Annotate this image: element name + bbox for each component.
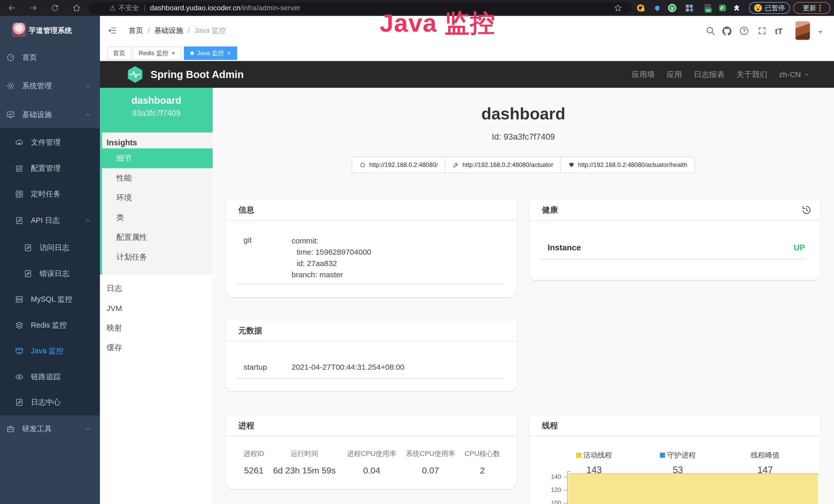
sidebar-item-error-logs[interactable]: 错误日志: [0, 261, 100, 287]
legend-label: 守护进程: [667, 450, 696, 460]
sba-locale-select[interactable]: zh-CN: [779, 70, 810, 79]
sidebar-item-mysql-monitor[interactable]: MySQL 监控: [0, 287, 100, 312]
tab-redis-monitor[interactable]: Redis 监控 ×: [133, 46, 181, 60]
sidebar-item-label: 研发工具: [22, 424, 52, 434]
git-branch-line: branch: master: [291, 269, 371, 280]
search-icon[interactable]: [705, 26, 716, 36]
close-icon[interactable]: ×: [227, 50, 231, 56]
sidebar-item-java-monitor[interactable]: Java 监控: [0, 338, 100, 364]
extension-blue-pin-icon[interactable]: [653, 4, 662, 12]
history-icon[interactable]: [801, 204, 812, 216]
sba-nav-journal[interactable]: 日志报表: [694, 69, 725, 80]
sidebar-item-label: 日志中心: [31, 397, 61, 408]
sba-nav-wallboard[interactable]: 应用墙: [632, 69, 655, 80]
sba-instance-block[interactable]: dashboard 93a3fc7f7409: [100, 88, 213, 133]
sba-header: Spring Boot Admin 应用墙 应用 日志报表 关于我们 zh-CN: [100, 61, 834, 88]
user-menu-caret-icon[interactable]: [818, 31, 823, 33]
sidebar-item-dev-tools[interactable]: 研发工具: [0, 416, 100, 442]
instance-service-url-link[interactable]: http://192.168.0.2:48080/: [352, 157, 445, 173]
screenshot-root: ⚠ 不安全 dashboard.yudao.iocoder.cn/infra/a…: [0, 0, 834, 504]
breadcrumb-home[interactable]: 首页: [129, 26, 143, 36]
sidebar-item-label: 链路追踪: [31, 372, 61, 382]
breadcrumb-infra[interactable]: 基础设施: [154, 26, 183, 36]
page-title: dashboard: [213, 104, 834, 123]
sba-menu-label: 配置属性: [116, 232, 147, 243]
url-path: /infra/admin-server: [240, 4, 300, 12]
sidebar-item-scheduled-jobs[interactable]: 定时任务: [0, 181, 100, 207]
extension-sprout-icon[interactable]: [718, 4, 727, 12]
process-col-system-cpu: 系统CPU使用率: [406, 449, 455, 458]
extensions-puzzle-icon[interactable]: [733, 4, 742, 12]
security-chip[interactable]: ⚠ 不安全: [109, 3, 139, 13]
instance-health-url-link[interactable]: http://192.168.0.2:48080/actuator/health: [561, 157, 695, 173]
sba-nav-applications[interactable]: 应用: [666, 69, 682, 80]
sba-menu-label: 细节: [116, 153, 132, 164]
emoji-face-icon: [754, 4, 762, 12]
security-label: 不安全: [118, 3, 139, 13]
help-icon[interactable]: [739, 26, 749, 36]
extension-orange-ring-icon[interactable]: [636, 4, 645, 12]
threads-card-title: 线程: [529, 415, 820, 436]
sidebar-item-config[interactable]: 配置管理: [0, 156, 100, 181]
extension-grid-icon[interactable]: [685, 4, 694, 12]
y-axis-line: [567, 472, 568, 504]
tab-home[interactable]: 首页: [107, 46, 131, 60]
sba-menu-environment[interactable]: 环境: [102, 188, 213, 208]
sidebar-item-files[interactable]: 文件管理: [0, 130, 100, 155]
sba-menu-config-props[interactable]: 配置属性: [102, 228, 213, 247]
sba-menu-logs[interactable]: 日志: [100, 279, 213, 298]
y-axis-cap: [567, 472, 571, 472]
user-avatar[interactable]: [795, 21, 810, 40]
sidebar-item-tracing[interactable]: 链路追踪: [0, 364, 100, 390]
sidebar-item-home[interactable]: 首页: [0, 45, 100, 70]
heart-icon: [568, 161, 575, 168]
eye-icon: [15, 372, 24, 381]
process-val-system-cpu: 0.07: [422, 465, 439, 476]
browser-home-icon[interactable]: [72, 3, 81, 13]
sba-menu-mappings[interactable]: 映射: [100, 318, 213, 338]
sba-sidebar: dashboard 93a3fc7f7409 Insights 细节 性能 环境…: [100, 88, 213, 504]
app-logo: [12, 23, 26, 37]
sidebar-item-label: Java 监控: [31, 346, 63, 356]
close-icon[interactable]: ×: [172, 50, 175, 56]
sba-menu-scheduled-tasks[interactable]: 计划任务: [102, 247, 213, 267]
github-icon[interactable]: [722, 26, 732, 36]
font-size-icon[interactable]: tT: [775, 27, 783, 36]
process-col-process-cpu: 进程CPU使用率: [347, 449, 396, 458]
tab-label: 首页: [113, 49, 125, 57]
sidebar-item-label: 错误日志: [40, 269, 69, 279]
address-bar[interactable]: ⚠ 不安全 dashboard.yudao.iocoder.cn/infra/a…: [89, 2, 632, 14]
bookmark-star-icon[interactable]: [614, 4, 623, 13]
sidebar-item-infra[interactable]: 基础设施: [0, 102, 100, 128]
sidebar-item-label: 系统管理: [22, 81, 52, 91]
dashboard-gauge-icon: [6, 53, 15, 62]
sidebar-item-redis-monitor[interactable]: Redis 监控: [0, 313, 100, 338]
sidebar-item-api-logs[interactable]: API 日志: [0, 208, 100, 233]
browser-reload-icon[interactable]: [50, 3, 60, 13]
instance-actuator-url-link[interactable]: http://192.168.0.2:48080/actuator: [445, 157, 561, 173]
legend-swatch-blue: [660, 453, 665, 458]
legend-label: 线程峰值: [751, 450, 780, 460]
sba-menu-details[interactable]: 细节: [102, 148, 213, 168]
profile-paused-badge[interactable]: 已暂停: [749, 2, 790, 14]
sba-menu-jvm[interactable]: JVM: [100, 298, 213, 318]
sba-menu-caches[interactable]: 缓存: [100, 338, 213, 358]
sidebar-item-access-logs[interactable]: 访问日志: [0, 235, 100, 260]
git-commit-line: commit:: [291, 235, 371, 247]
fullscreen-icon[interactable]: [757, 26, 767, 36]
sba-brand[interactable]: Spring Boot Admin: [126, 61, 244, 88]
metadata-card: 元数据 startup 2021-04-27T00:44:31.254+08:0…: [225, 320, 517, 388]
sba-nav-about[interactable]: 关于我们: [737, 69, 767, 80]
sba-menu-classes[interactable]: 类: [102, 208, 213, 228]
tab-java-monitor[interactable]: Java 监控 ×: [184, 46, 237, 60]
sidebar-item-log-center[interactable]: 日志中心: [0, 389, 100, 415]
chrome-update-button[interactable]: 更新: [793, 2, 830, 14]
sidebar-item-system[interactable]: 系统管理: [0, 73, 100, 99]
sba-menu-metrics[interactable]: 性能: [102, 168, 213, 188]
browser-back-icon[interactable]: [7, 3, 17, 13]
extension-list-on-icon[interactable]: on: [704, 4, 712, 12]
extension-green-y-icon[interactable]: y: [668, 4, 677, 12]
browser-forward-icon[interactable]: [29, 3, 38, 13]
link-label: http://192.168.0.2:48080/actuator: [462, 161, 553, 168]
sidebar-collapse-icon[interactable]: [108, 26, 117, 35]
